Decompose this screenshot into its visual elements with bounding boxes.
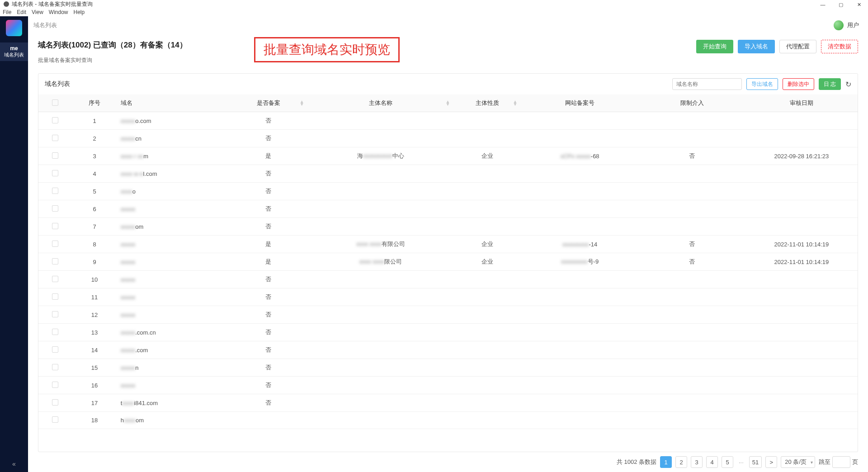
domain-search-input[interactable] <box>672 78 742 90</box>
menu-edit[interactable]: Edit <box>17 9 26 15</box>
username-label[interactable]: 用户 <box>847 21 859 29</box>
page-button-last[interactable]: 51 <box>749 456 762 468</box>
page-next-button[interactable]: > <box>765 456 777 468</box>
cell-review-date <box>745 306 858 324</box>
page-button-4[interactable]: 4 <box>706 456 718 468</box>
page-button-5[interactable]: 5 <box>722 456 733 468</box>
menu-file[interactable]: File <box>3 9 11 15</box>
cell-subject-nature <box>453 200 521 218</box>
delete-selected-button[interactable]: 删除选中 <box>783 78 814 90</box>
col-subject-nature[interactable]: 主体性质▲▼ <box>453 94 521 112</box>
cell-seq: 2 <box>72 130 117 147</box>
sidebar-collapse-button[interactable]: « <box>12 460 16 467</box>
cell-restrict <box>639 288 745 306</box>
cell-subject-name <box>308 324 454 341</box>
row-checkbox[interactable] <box>52 276 58 282</box>
page-ellipsis: ··· <box>737 459 745 466</box>
col-is-record[interactable]: 是否备案▲▼ <box>229 94 308 112</box>
page-button-3[interactable]: 3 <box>691 456 703 468</box>
cell-review-date <box>745 165 858 183</box>
col-restrict: 限制介入 <box>639 94 745 112</box>
breadcrumb: 域名列表 <box>33 21 57 29</box>
row-checkbox[interactable] <box>52 293 58 300</box>
cell-restrict: 否 <box>639 236 745 253</box>
row-checkbox[interactable] <box>52 399 58 406</box>
cell-record-no <box>521 306 639 324</box>
cell-record-no <box>521 112 639 130</box>
menu-help[interactable]: Help <box>74 9 85 15</box>
preview-banner: 批量查询域名实时预览 <box>254 37 400 62</box>
row-checkbox[interactable] <box>52 188 58 194</box>
cell-subject-name: 海xxxxxxxxxx中心 <box>308 147 454 165</box>
import-domains-button[interactable]: 导入域名 <box>738 40 775 53</box>
cell-seq: 11 <box>72 288 117 306</box>
cell-seq: 5 <box>72 183 117 200</box>
table-row: 5xxxxo否 <box>38 183 858 200</box>
avatar-icon[interactable] <box>834 20 844 30</box>
cell-subject-name <box>308 394 454 412</box>
refresh-icon[interactable]: ↻ <box>845 80 851 89</box>
table-scroll[interactable]: 序号 域名 是否备案▲▼ 主体名称▲▼ 主体性质▲▼ 网站备案号 限制介入 审核… <box>38 94 858 452</box>
cell-record-no <box>521 218 639 236</box>
menu-window[interactable]: Window <box>49 9 68 15</box>
cell-review-date <box>745 130 858 147</box>
row-checkbox[interactable] <box>52 241 58 247</box>
app-window: 域名列表 - 域名备案实时批量查询 — ▢ ✕ File Edit View W… <box>0 0 868 472</box>
col-subject-name[interactable]: 主体名称▲▼ <box>308 94 454 112</box>
window-maximize-button[interactable]: ▢ <box>832 1 850 8</box>
menu-view[interactable]: View <box>32 9 43 15</box>
cell-record-no <box>521 377 639 394</box>
row-checkbox[interactable] <box>52 416 58 423</box>
cell-seq: 12 <box>72 306 117 324</box>
row-checkbox[interactable] <box>52 382 58 388</box>
cell-domain: xxxxx.com <box>117 341 229 359</box>
cell-is-record: 否 <box>229 112 308 130</box>
row-checkbox[interactable] <box>52 364 58 370</box>
proxy-config-button[interactable]: 代理配置 <box>779 40 816 53</box>
start-query-button[interactable]: 开始查询 <box>696 40 733 53</box>
row-checkbox[interactable] <box>52 170 58 176</box>
cell-domain: xxxxx.com.cn <box>117 324 229 341</box>
cell-subject-name: xxxx xxxx限公司 <box>308 253 454 271</box>
page-button-1[interactable]: 1 <box>660 456 672 468</box>
cell-restrict <box>639 324 745 341</box>
page-button-2[interactable]: 2 <box>675 456 687 468</box>
row-checkbox[interactable] <box>52 311 58 317</box>
row-checkbox[interactable] <box>52 117 58 123</box>
cell-domain: xxxx w el.com <box>117 165 229 183</box>
cell-subject-name <box>308 112 454 130</box>
row-checkbox[interactable] <box>52 152 58 159</box>
window-minimize-button[interactable]: — <box>814 1 832 8</box>
cell-restrict: 否 <box>639 253 745 271</box>
select-all-checkbox[interactable] <box>52 99 58 106</box>
row-checkbox[interactable] <box>52 205 58 212</box>
cell-is-record: 否 <box>229 394 308 412</box>
window-close-button[interactable]: ✕ <box>850 1 868 8</box>
clear-data-button[interactable]: 清空数据 <box>821 40 858 53</box>
row-checkbox[interactable] <box>52 223 58 229</box>
cell-restrict <box>639 130 745 147</box>
cell-record-no <box>521 288 639 306</box>
row-checkbox[interactable] <box>52 135 58 141</box>
page-jump-input[interactable] <box>832 456 850 468</box>
cell-restrict <box>639 394 745 412</box>
cell-subject-name <box>308 218 454 236</box>
sidebar-item-domain-list[interactable]: me 域名列表 <box>0 42 28 61</box>
col-seq: 序号 <box>72 94 117 112</box>
cell-is-record: 是 <box>229 253 308 271</box>
sidebar-item-label: 域名列表 <box>0 52 28 58</box>
cell-domain: xxxxxn <box>117 359 229 377</box>
export-domains-button[interactable]: 导出域名 <box>746 78 778 90</box>
app-icon <box>4 1 9 7</box>
cell-record-no <box>521 412 639 429</box>
cell-seq: 16 <box>72 377 117 394</box>
row-checkbox[interactable] <box>52 346 58 353</box>
row-checkbox[interactable] <box>52 329 58 335</box>
cell-seq: 9 <box>72 253 117 271</box>
row-checkbox[interactable] <box>52 258 58 264</box>
page-size-select[interactable]: 20 条/页 <box>781 456 815 468</box>
cell-seq: 4 <box>72 165 117 183</box>
log-button[interactable]: 日 志 <box>819 78 841 90</box>
cell-review-date <box>745 183 858 200</box>
cell-restrict <box>639 412 745 429</box>
